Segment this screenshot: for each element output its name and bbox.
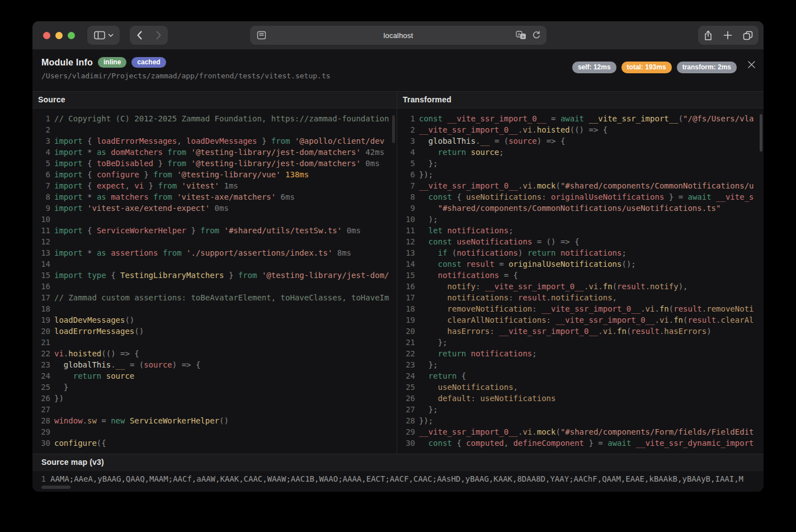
- code-line: 17// Zammad custom assertions: toBeAvata…: [32, 292, 397, 303]
- code-line: 10 );: [397, 214, 764, 225]
- code-line: 10: [32, 214, 397, 225]
- code-line: 1const __vite_ssr_import_0__ = await __v…: [397, 113, 764, 124]
- code-line: 8 const { useNotifications: originalUseN…: [397, 191, 764, 203]
- translate-icon[interactable]: A x: [516, 31, 526, 40]
- sourcemap-title: Source map (v3): [32, 454, 764, 471]
- back-button[interactable]: [130, 26, 149, 45]
- code-line: 11 let notifications;: [397, 225, 764, 236]
- code-line: 17 notifications: result.notifications,: [397, 292, 764, 303]
- code-line: 2__vite_ssr_import_0__.vi.hoisted(() => …: [397, 124, 764, 135]
- code-line: 21: [32, 337, 397, 348]
- module-info-header: Module Info inline cached /Users/vladimi…: [32, 50, 764, 92]
- code-line: 16: [32, 281, 397, 292]
- code-line: 29__vite_ssr_import_0__.vi.mock("#shared…: [397, 426, 764, 437]
- code-line: 1// Copyright (C) 2012-2025 Zammad Found…: [32, 113, 397, 124]
- code-line: 19loadDevMessages(): [32, 314, 397, 326]
- traffic-light-close-button[interactable]: [43, 32, 50, 39]
- new-tab-icon[interactable]: [723, 26, 732, 45]
- transformed-pane: Transformed 1const __vite_ssr_import_0__…: [397, 92, 764, 454]
- self-time-badge: self: 12ms: [572, 62, 616, 73]
- code-line: 4 return source;: [397, 147, 764, 158]
- toolbar-right-buttons: [698, 26, 759, 45]
- close-icon: [747, 60, 756, 69]
- code-line: 9 "#shared/components/CommonNotification…: [397, 203, 764, 214]
- code-line: 14: [32, 258, 397, 270]
- code-line: 30 const { computed, defineComponent } =…: [397, 437, 764, 449]
- code-line: 27 };: [397, 404, 764, 415]
- navigation-buttons: [130, 26, 168, 45]
- source-pane-title: Source: [32, 92, 397, 109]
- horizontal-scrollbar-thumb[interactable]: [41, 486, 70, 489]
- traffic-light-zoom-button[interactable]: [68, 32, 75, 39]
- code-panes: Source 1// Copyright (C) 2012-2025 Zamma…: [32, 92, 764, 454]
- code-line: 15 notifications = {: [397, 270, 764, 281]
- sourcemap-line: 1 AAMA;AAeA,yBAAG,QAAQ,MAAM;AACf,aAAW,KA…: [32, 473, 764, 484]
- code-line: 16 notify: __vite_ssr_import_0__.vi.fn(r…: [397, 281, 764, 292]
- code-line: 19 clearAllNotifications: __vite_ssr_imp…: [397, 314, 764, 326]
- code-line: 18: [32, 303, 397, 314]
- code-line: 25 }: [32, 382, 397, 393]
- code-line: 2: [32, 124, 397, 135]
- code-line: 23 };: [397, 359, 764, 370]
- url-text: localhost: [383, 31, 413, 40]
- code-line: 8import * as matchers from 'vitest-axe/m…: [32, 191, 397, 203]
- chevron-down-icon: [108, 34, 114, 37]
- forward-button[interactable]: [149, 26, 168, 45]
- code-line: 20loadErrorMessages(): [32, 326, 397, 337]
- source-pane: Source 1// Copyright (C) 2012-2025 Zamma…: [32, 92, 397, 454]
- tab-overview-icon[interactable]: [743, 26, 753, 45]
- svg-text:x: x: [522, 34, 524, 39]
- code-line: 27: [32, 404, 397, 415]
- code-line: 28window.sw = new ServiceWorkerHelper(): [32, 415, 397, 426]
- browser-toolbar: localhost A x: [32, 21, 764, 50]
- reload-icon[interactable]: [532, 31, 541, 40]
- code-line: 7__vite_ssr_import_0__.vi.mock("#shared/…: [397, 180, 764, 191]
- sourcemap-line-number: 1: [32, 473, 50, 484]
- address-bar[interactable]: localhost A x: [250, 26, 547, 45]
- sidebar-toggle-button[interactable]: [87, 26, 120, 45]
- transformed-scrollbar-thumb[interactable]: [760, 114, 762, 152]
- code-line: 3import { loadErrorMessages, loadDevMess…: [32, 135, 397, 147]
- cached-badge: cached: [131, 57, 166, 68]
- code-line: 30configure({: [32, 437, 397, 449]
- code-line: 6});: [397, 169, 764, 180]
- code-line: 6import { configure } from '@testing-lib…: [32, 169, 397, 180]
- close-button[interactable]: [746, 59, 757, 70]
- code-line: 13 if (notifications) return notificatio…: [397, 247, 764, 258]
- code-line: 5 };: [397, 158, 764, 169]
- code-line: 7import { expect, vi } from 'vitest' 1ms: [32, 180, 397, 191]
- code-line: 25 useNotifications,: [397, 382, 764, 393]
- source-scrollbar-thumb[interactable]: [392, 115, 395, 143]
- code-line: 22vi.hoisted(() => {: [32, 348, 397, 359]
- timing-badges: self: 12ms total: 193ms transform: 2ms: [572, 62, 737, 73]
- code-line: 3 globalThis.__ = (source) => {: [397, 135, 764, 147]
- page-title: Module Info: [41, 58, 93, 68]
- sidebar-icon: [94, 31, 105, 40]
- source-code[interactable]: 1// Copyright (C) 2012-2025 Zammad Found…: [32, 109, 397, 454]
- code-line: 15import type { TestingLibraryMatchers }…: [32, 270, 397, 281]
- code-line: 14 const result = originalUseNotificatio…: [397, 258, 764, 270]
- code-line: 9import 'vitest-axe/extend-expect' 0ms: [32, 203, 397, 214]
- code-line: 24 return {: [397, 370, 764, 382]
- code-line: 20 hasErrors: __vite_ssr_import_0__.vi.f…: [397, 326, 764, 337]
- code-line: 13import * as assertions from './support…: [32, 247, 397, 258]
- code-line: 11import { ServiceWorkerHelper } from '#…: [32, 225, 397, 236]
- browser-window: localhost A x: [32, 21, 764, 492]
- transformed-code[interactable]: 1const __vite_ssr_import_0__ = await __v…: [397, 109, 764, 454]
- share-icon[interactable]: [704, 26, 713, 45]
- traffic-light-minimize-button[interactable]: [55, 32, 63, 39]
- code-line: 29: [32, 426, 397, 437]
- code-line: 18 removeNotification: __vite_ssr_import…: [397, 303, 764, 314]
- transformed-pane-title: Transformed: [397, 92, 764, 109]
- total-time-badge: total: 193ms: [621, 62, 672, 73]
- code-line: 4import * as domMatchers from '@testing-…: [32, 147, 397, 158]
- code-line: 12 const useNotifications = () => {: [397, 236, 764, 247]
- code-line: 21 };: [397, 337, 764, 348]
- code-line: 24 return source: [32, 370, 397, 382]
- reader-icon[interactable]: [257, 31, 266, 40]
- code-line: 22 return notifications;: [397, 348, 764, 359]
- code-line: 26 default: useNotifications: [397, 393, 764, 404]
- sourcemap-section: Source map (v3) 1 AAMA;AAeA,yBAAG,QAAQ,M…: [32, 454, 764, 492]
- code-line: 26}): [32, 393, 397, 404]
- code-line: 28});: [397, 415, 764, 426]
